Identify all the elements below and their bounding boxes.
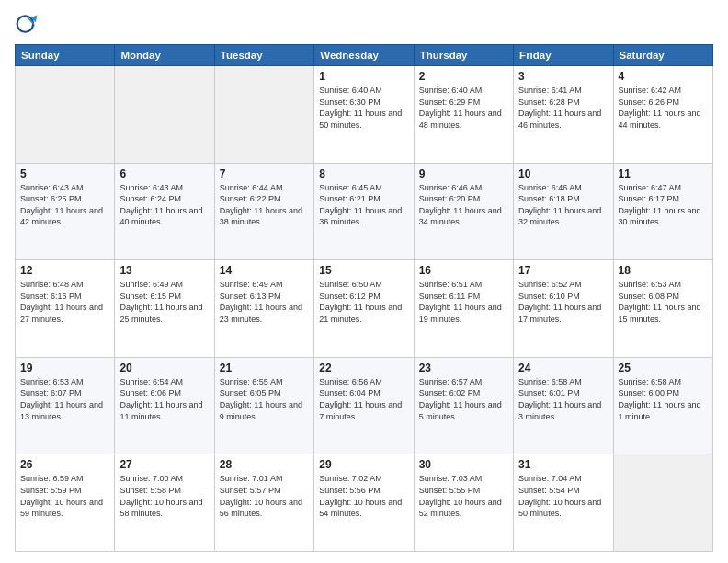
day-info: Sunrise: 6:47 AM Sunset: 6:17 PM Dayligh… <box>619 182 708 228</box>
day-number: 18 <box>619 264 708 277</box>
day-number: 13 <box>119 264 209 277</box>
calendar-day-cell: 17Sunrise: 6:52 AM Sunset: 6:10 PM Dayli… <box>514 260 613 358</box>
day-number: 3 <box>518 70 608 83</box>
day-info: Sunrise: 6:53 AM Sunset: 6:08 PM Dayligh… <box>619 279 708 325</box>
calendar-day-cell: 9Sunrise: 6:46 AM Sunset: 6:20 PM Daylig… <box>414 163 513 260</box>
day-info: Sunrise: 6:58 AM Sunset: 6:01 PM Dayligh… <box>518 376 608 422</box>
calendar-day-cell: 31Sunrise: 7:04 AM Sunset: 5:54 PM Dayli… <box>514 454 613 552</box>
day-number: 6 <box>119 167 209 180</box>
day-info: Sunrise: 6:46 AM Sunset: 6:18 PM Dayligh… <box>518 182 608 228</box>
calendar-day-cell: 22Sunrise: 6:56 AM Sunset: 6:04 PM Dayli… <box>314 357 414 454</box>
day-info: Sunrise: 6:56 AM Sunset: 6:04 PM Dayligh… <box>319 376 408 422</box>
weekday-header: Sunday <box>16 45 115 66</box>
day-info: Sunrise: 6:40 AM Sunset: 6:30 PM Dayligh… <box>319 85 408 131</box>
calendar-day-cell: 3Sunrise: 6:41 AM Sunset: 6:28 PM Daylig… <box>514 66 613 164</box>
day-info: Sunrise: 6:43 AM Sunset: 6:24 PM Dayligh… <box>119 182 209 228</box>
calendar-day-cell: 6Sunrise: 6:43 AM Sunset: 6:24 PM Daylig… <box>115 163 214 260</box>
day-info: Sunrise: 6:43 AM Sunset: 6:25 PM Dayligh… <box>20 182 109 228</box>
day-info: Sunrise: 6:51 AM Sunset: 6:11 PM Dayligh… <box>419 279 508 325</box>
calendar-day-cell: 7Sunrise: 6:44 AM Sunset: 6:22 PM Daylig… <box>214 163 313 260</box>
calendar-day-cell <box>214 66 313 164</box>
calendar-table: SundayMondayTuesdayWednesdayThursdayFrid… <box>15 44 713 552</box>
weekday-header: Friday <box>514 45 613 66</box>
calendar-day-cell: 30Sunrise: 7:03 AM Sunset: 5:55 PM Dayli… <box>414 454 513 552</box>
day-number: 30 <box>419 458 508 471</box>
day-info: Sunrise: 7:01 AM Sunset: 5:57 PM Dayligh… <box>220 473 309 519</box>
day-info: Sunrise: 6:46 AM Sunset: 6:20 PM Dayligh… <box>419 182 508 228</box>
day-number: 2 <box>419 70 508 83</box>
day-number: 15 <box>319 264 408 277</box>
calendar-week-row: 26Sunrise: 6:59 AM Sunset: 5:59 PM Dayli… <box>16 454 713 552</box>
calendar-day-cell: 10Sunrise: 6:46 AM Sunset: 6:18 PM Dayli… <box>514 163 613 260</box>
calendar-day-cell: 12Sunrise: 6:48 AM Sunset: 6:16 PM Dayli… <box>16 260 115 358</box>
day-number: 25 <box>619 362 708 374</box>
day-number: 4 <box>619 70 708 83</box>
day-number: 10 <box>518 167 608 180</box>
day-number: 21 <box>220 362 309 374</box>
day-info: Sunrise: 6:54 AM Sunset: 6:06 PM Dayligh… <box>119 376 209 422</box>
calendar-week-row: 12Sunrise: 6:48 AM Sunset: 6:16 PM Dayli… <box>16 260 713 358</box>
calendar-day-cell: 16Sunrise: 6:51 AM Sunset: 6:11 PM Dayli… <box>414 260 513 358</box>
calendar-day-cell: 19Sunrise: 6:53 AM Sunset: 6:07 PM Dayli… <box>16 357 115 454</box>
weekday-header: Monday <box>115 45 214 66</box>
day-number: 22 <box>319 362 408 374</box>
logo <box>15 11 44 37</box>
calendar-day-cell: 24Sunrise: 6:58 AM Sunset: 6:01 PM Dayli… <box>514 357 613 454</box>
day-number: 7 <box>220 167 309 180</box>
day-number: 31 <box>518 458 608 471</box>
calendar-day-cell: 27Sunrise: 7:00 AM Sunset: 5:58 PM Dayli… <box>115 454 214 552</box>
day-number: 23 <box>419 362 508 374</box>
calendar-day-cell: 25Sunrise: 6:58 AM Sunset: 6:00 PM Dayli… <box>613 357 712 454</box>
day-number: 19 <box>20 362 109 374</box>
calendar-day-cell: 29Sunrise: 7:02 AM Sunset: 5:56 PM Dayli… <box>314 454 414 552</box>
day-info: Sunrise: 6:42 AM Sunset: 6:26 PM Dayligh… <box>619 85 708 131</box>
header <box>15 11 713 37</box>
logo-icon <box>15 11 40 37</box>
calendar-day-cell <box>115 66 214 164</box>
day-info: Sunrise: 6:52 AM Sunset: 6:10 PM Dayligh… <box>518 279 608 325</box>
calendar-day-cell: 8Sunrise: 6:45 AM Sunset: 6:21 PM Daylig… <box>314 163 414 260</box>
day-info: Sunrise: 6:50 AM Sunset: 6:12 PM Dayligh… <box>319 279 408 325</box>
calendar-day-cell: 15Sunrise: 6:50 AM Sunset: 6:12 PM Dayli… <box>314 260 414 358</box>
day-info: Sunrise: 7:03 AM Sunset: 5:55 PM Dayligh… <box>419 473 508 519</box>
day-number: 11 <box>619 167 708 180</box>
weekday-header: Thursday <box>414 45 513 66</box>
day-number: 9 <box>419 167 508 180</box>
calendar-week-row: 1Sunrise: 6:40 AM Sunset: 6:30 PM Daylig… <box>16 66 713 164</box>
weekday-header: Tuesday <box>214 45 313 66</box>
calendar-day-cell: 1Sunrise: 6:40 AM Sunset: 6:30 PM Daylig… <box>314 66 414 164</box>
calendar-day-cell: 2Sunrise: 6:40 AM Sunset: 6:29 PM Daylig… <box>414 66 513 164</box>
day-info: Sunrise: 6:53 AM Sunset: 6:07 PM Dayligh… <box>20 376 109 422</box>
day-info: Sunrise: 6:59 AM Sunset: 5:59 PM Dayligh… <box>20 473 109 519</box>
calendar-week-row: 19Sunrise: 6:53 AM Sunset: 6:07 PM Dayli… <box>16 357 713 454</box>
day-info: Sunrise: 7:00 AM Sunset: 5:58 PM Dayligh… <box>119 473 209 519</box>
day-number: 12 <box>20 264 109 277</box>
weekday-header: Wednesday <box>314 45 414 66</box>
calendar-day-cell: 28Sunrise: 7:01 AM Sunset: 5:57 PM Dayli… <box>214 454 313 552</box>
day-info: Sunrise: 6:58 AM Sunset: 6:00 PM Dayligh… <box>619 376 708 422</box>
day-info: Sunrise: 6:57 AM Sunset: 6:02 PM Dayligh… <box>419 376 508 422</box>
day-number: 27 <box>119 458 209 471</box>
day-number: 16 <box>419 264 508 277</box>
svg-point-0 <box>17 16 34 32</box>
day-info: Sunrise: 6:44 AM Sunset: 6:22 PM Dayligh… <box>220 182 309 228</box>
day-number: 17 <box>518 264 608 277</box>
calendar-day-cell: 4Sunrise: 6:42 AM Sunset: 6:26 PM Daylig… <box>613 66 712 164</box>
calendar-page: SundayMondayTuesdayWednesdayThursdayFrid… <box>0 0 728 563</box>
calendar-day-cell: 5Sunrise: 6:43 AM Sunset: 6:25 PM Daylig… <box>16 163 115 260</box>
day-info: Sunrise: 7:04 AM Sunset: 5:54 PM Dayligh… <box>518 473 608 519</box>
calendar-day-cell: 20Sunrise: 6:54 AM Sunset: 6:06 PM Dayli… <box>115 357 214 454</box>
day-number: 14 <box>220 264 309 277</box>
calendar-day-cell: 26Sunrise: 6:59 AM Sunset: 5:59 PM Dayli… <box>16 454 115 552</box>
day-info: Sunrise: 6:49 AM Sunset: 6:13 PM Dayligh… <box>220 279 309 325</box>
calendar-header-row: SundayMondayTuesdayWednesdayThursdayFrid… <box>16 45 713 66</box>
day-info: Sunrise: 6:45 AM Sunset: 6:21 PM Dayligh… <box>319 182 408 228</box>
weekday-header: Saturday <box>613 45 712 66</box>
calendar-day-cell: 18Sunrise: 6:53 AM Sunset: 6:08 PM Dayli… <box>613 260 712 358</box>
calendar-day-cell <box>16 66 115 164</box>
day-number: 8 <box>319 167 408 180</box>
calendar-day-cell: 13Sunrise: 6:49 AM Sunset: 6:15 PM Dayli… <box>115 260 214 358</box>
day-info: Sunrise: 7:02 AM Sunset: 5:56 PM Dayligh… <box>319 473 408 519</box>
day-info: Sunrise: 6:40 AM Sunset: 6:29 PM Dayligh… <box>419 85 508 131</box>
calendar-day-cell: 21Sunrise: 6:55 AM Sunset: 6:05 PM Dayli… <box>214 357 313 454</box>
